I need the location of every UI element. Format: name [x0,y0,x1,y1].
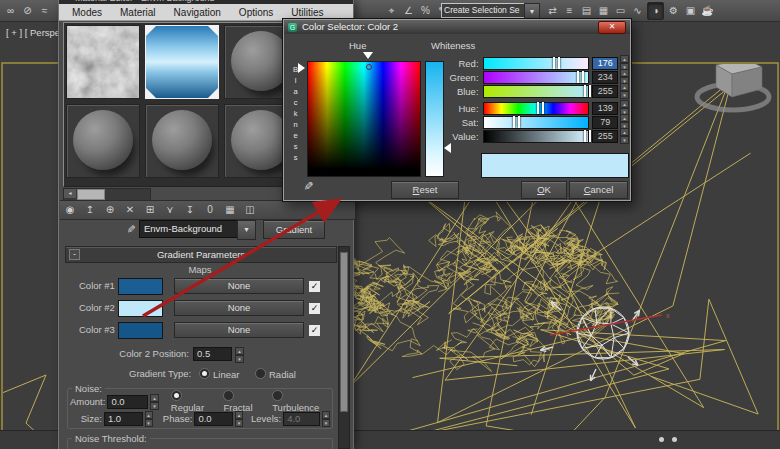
spinner-up-icon[interactable]: ▴ [235,347,244,355]
size-spinner[interactable]: ▴▾ [145,411,153,427]
sample-slot-4[interactable] [66,104,140,178]
viewport-label[interactable]: [ + ] [ Perspec [6,27,65,38]
menu-navigation[interactable]: Navigation [165,7,230,18]
spinner-down-icon[interactable]: ▾ [235,355,244,363]
slider-marker[interactable] [584,130,591,142]
rollout-scrollbar[interactable] [338,246,350,449]
color3-swatch[interactable] [118,322,163,339]
unlink-selection-icon[interactable]: ⊘ [20,3,35,19]
spinner-up-icon[interactable]: ▴ [235,411,243,419]
color2-position-field[interactable]: 0.5 [193,347,232,361]
material-editor-icon[interactable]: ◑ [647,2,664,20]
put-material-to-scene-icon[interactable]: ↥ [83,202,97,218]
noise-mode-fractal[interactable]: Fractal [223,390,264,413]
blackness-marker[interactable] [298,63,305,73]
spinner-up-icon[interactable]: ▴ [620,83,629,91]
rollout-gradient-parameters[interactable]: - Gradient Parameters [65,246,337,263]
assign-material-to-selection-icon[interactable]: ⊕ [103,202,117,218]
gradient-type-linear[interactable]: Linear [199,368,239,380]
mirror-icon[interactable]: ⇄ [545,3,560,19]
scrollbar-thumb[interactable] [340,252,348,412]
select-and-link-icon[interactable]: ∞ [3,3,18,19]
size-field[interactable]: 1.0 [104,412,143,426]
get-material-icon[interactable]: ◉ [63,202,77,218]
slider-marker[interactable] [553,57,560,69]
spinner-down-icon[interactable]: ▾ [145,419,153,427]
spinner-down-icon[interactable]: ▾ [620,136,629,144]
eyedropper-icon[interactable]: ✎ [297,177,315,195]
red-value[interactable]: 176 [592,57,618,70]
reset-button[interactable]: Reset [391,181,459,199]
put-to-library-icon[interactable]: ↧ [183,202,197,218]
slider-marker[interactable] [577,71,584,83]
red-slider[interactable] [483,57,590,70]
value-slider[interactable] [483,130,590,143]
phase-field[interactable]: 0.0 [194,412,233,426]
value-value[interactable]: 255 [592,130,618,143]
color2-position-spinner[interactable]: ▴▾ [235,347,244,363]
color2-map-button[interactable]: None [174,300,304,316]
menu-options[interactable]: Options [230,7,282,18]
radio-linear[interactable] [199,368,210,379]
cancel-button[interactable]: Cancel [569,181,628,199]
sat-slider[interactable] [483,116,590,129]
color1-checkbox[interactable]: ✓ [308,280,321,293]
chevron-down-icon[interactable]: ▼ [237,220,256,240]
ok-button[interactable]: OK [521,181,567,199]
amount-spinner[interactable]: ▴▾ [150,394,159,410]
levels-spinner[interactable]: ▴▾ [322,411,330,427]
reset-map-icon[interactable]: ✕ [123,202,137,218]
spinner-up-icon[interactable]: ▴ [322,411,330,419]
blue-value[interactable]: 255 [592,85,618,98]
green-slider[interactable] [483,71,590,84]
hue-value[interactable]: 139 [592,102,618,115]
menu-modes[interactable]: Modes [63,7,111,18]
scrollbar-thumb[interactable] [77,189,105,200]
spinner-up-icon[interactable]: ▴ [620,100,629,108]
radio-regular[interactable] [171,390,182,401]
amount-field[interactable]: 0.0 [107,395,148,409]
green-value[interactable]: 234 [592,71,618,84]
percent-snap-toggle-icon[interactable]: % [418,3,433,19]
snaps-toggle-icon[interactable]: ⌖ [384,3,399,19]
make-unique-icon[interactable]: ⋎ [163,202,177,218]
sample-slot-gradient-selected[interactable] [145,25,219,99]
material-name-dropdown[interactable]: Envm-Background [139,220,241,238]
make-material-copy-icon[interactable]: ⊞ [143,202,157,218]
color1-map-button[interactable]: None [174,278,304,294]
sample-slot-noise[interactable] [66,25,140,99]
dialog-titlebar[interactable]: G Color Selector: Color 2 [284,20,630,34]
collapse-icon[interactable]: - [69,249,80,260]
blue-spinner[interactable]: ▴▾ [620,83,629,99]
show-shaded-material-in-viewport-icon[interactable]: ▦ [223,202,237,218]
spinner-up-icon[interactable]: ▴ [150,394,159,402]
render-production-icon[interactable]: ☕ [700,3,715,19]
bind-to-space-warp-icon[interactable]: ≈ [37,3,52,19]
hue-blackness-picker[interactable] [307,61,421,177]
sample-slot-5[interactable] [145,104,219,178]
spinner-up-icon[interactable]: ▴ [620,69,629,77]
phase-spinner[interactable]: ▴▾ [235,411,243,427]
menu-material[interactable]: Material [111,7,165,18]
named-selection-set-dropdown[interactable]: Create Selection Se [441,3,527,18]
menu-utilities[interactable]: Utilities [282,7,332,18]
manage-layers-icon[interactable]: ▤ [579,3,594,19]
pick-material-eyedropper-icon[interactable]: ✎ [121,221,137,237]
show-end-result-icon[interactable]: ◫ [243,202,257,218]
angle-snap-toggle-icon[interactable]: ∠ [401,3,416,19]
gradient-type-radial[interactable]: Radial [255,368,296,380]
color3-map-button[interactable]: None [174,322,304,338]
spinner-up-icon[interactable]: ▴ [620,114,629,122]
ribbon-toggle-icon[interactable]: ▭ [613,3,628,19]
slider-marker[interactable] [537,102,544,114]
spinner-down-icon[interactable]: ▾ [235,419,243,427]
sat-value[interactable]: 79 [592,116,618,129]
spinner-up-icon[interactable]: ▴ [620,128,629,136]
curve-editor-icon[interactable]: ∿ [630,3,645,19]
slider-marker[interactable] [513,116,520,128]
render-setup-icon[interactable]: ⚙ [666,3,681,19]
material-id-channel-icon[interactable]: 0 [203,202,217,218]
spinner-up-icon[interactable]: ▴ [620,55,629,63]
hue-slider[interactable] [483,102,590,115]
hue-marker[interactable] [363,52,373,59]
